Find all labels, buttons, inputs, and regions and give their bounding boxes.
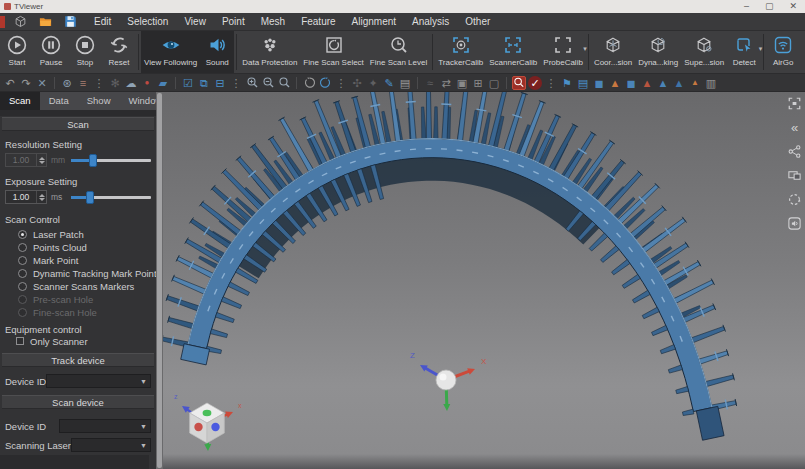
mesh-small-icon[interactable]: ▲: [688, 76, 702, 90]
toolbar-button-trackercalib[interactable]: TrackerCalib: [435, 31, 486, 73]
scan-device-id-dropdown[interactable]: ▼: [59, 419, 151, 433]
exposure-slider-handle[interactable]: [86, 191, 94, 204]
radio-button[interactable]: [18, 230, 27, 239]
scan-option-fine-scan-hole[interactable]: Fine-scan Hole: [0, 306, 156, 319]
scan-option-mark-point[interactable]: Mark Point: [0, 254, 156, 267]
menu-item-mesh[interactable]: Mesh: [253, 13, 293, 30]
toolbar-button-coor-sion[interactable]: Coor...sion: [591, 31, 635, 73]
book-icon[interactable]: ▥: [704, 76, 718, 90]
toolbar-button-view-following[interactable]: View Following: [141, 31, 200, 73]
scanning-laser-dropdown[interactable]: ▼: [71, 438, 151, 452]
menu-item-edit[interactable]: Edit: [86, 13, 119, 30]
menu-item-feature[interactable]: Feature: [293, 13, 343, 30]
open-folder-icon[interactable]: [36, 15, 54, 28]
toolbar-button-data-protection[interactable]: Data Protection: [239, 31, 300, 73]
scan-option-scanner-scans-markers[interactable]: Scanner Scans Markers: [0, 280, 156, 293]
plane-icon[interactable]: ▰: [156, 76, 170, 90]
scan-option-laser-patch[interactable]: Laser Patch: [0, 228, 156, 241]
page-blue-icon[interactable]: ▤: [576, 76, 590, 90]
undo-icon[interactable]: ↶: [3, 76, 17, 90]
zoom-in-icon[interactable]: [245, 76, 259, 90]
toolbar-button-fine-scan-level[interactable]: Fine Scan Level: [367, 31, 430, 73]
radio-button[interactable]: [18, 282, 27, 291]
sound-box-icon[interactable]: [787, 216, 802, 231]
brush-icon[interactable]: ✓: [528, 76, 542, 90]
align-lines-icon[interactable]: ≡: [76, 76, 90, 90]
toolbar-button-reset[interactable]: Reset: [102, 31, 136, 73]
maximize-button[interactable]: ▢: [765, 0, 774, 13]
toolbar-button-sound[interactable]: Sound: [200, 31, 234, 73]
snowflake-icon[interactable]: ✻: [108, 76, 122, 90]
menu-item-view[interactable]: View: [176, 13, 214, 30]
clipboard-icon[interactable]: ▣: [455, 76, 469, 90]
more-icon[interactable]: ⋮: [334, 76, 348, 90]
sparkle-icon[interactable]: ✦: [366, 76, 380, 90]
dropdown-caret-icon[interactable]: ▾: [583, 45, 587, 53]
menu-item-analysis[interactable]: Analysis: [404, 13, 457, 30]
cube-icon[interactable]: [11, 15, 29, 28]
view-cube[interactable]: zx: [174, 393, 242, 451]
page-icon[interactable]: ▤: [398, 76, 412, 90]
toolbar-button-fine-scan-select[interactable]: Fine Scan Select: [300, 31, 366, 73]
only-scanner-checkbox-row[interactable]: Only Scanner: [0, 335, 156, 347]
only-scanner-checkbox[interactable]: [16, 337, 24, 345]
orbit-icon[interactable]: [787, 192, 802, 207]
toolbar-button-detect[interactable]: Detect▾: [727, 31, 761, 73]
resolution-slider-handle[interactable]: [89, 154, 97, 167]
grid-icon[interactable]: ⊞: [471, 76, 485, 90]
scan-option-pre-scan-hole[interactable]: Pre-scan Hole: [0, 293, 156, 306]
radio-button[interactable]: [18, 295, 27, 304]
wave-icon[interactable]: ≈: [423, 76, 437, 90]
toolbar-button-supe-sion[interactable]: Supe...sion: [681, 31, 727, 73]
radio-button[interactable]: [18, 308, 27, 317]
exposure-slider[interactable]: [71, 196, 151, 199]
radio-button[interactable]: [18, 256, 27, 265]
select-copy-icon[interactable]: ⧉: [197, 76, 211, 90]
sidebar-scrollbar[interactable]: [156, 92, 163, 469]
zoom-out-icon[interactable]: [261, 76, 275, 90]
redo-icon[interactable]: ↷: [19, 76, 33, 90]
mesh-red-icon[interactable]: ▲: [640, 76, 654, 90]
cube-blue-icon[interactable]: ◼: [592, 76, 606, 90]
exposure-spinner-arrows[interactable]: [36, 191, 46, 203]
resolution-slider[interactable]: [71, 159, 151, 162]
toolbar-button-dyna-king[interactable]: Dyna...king: [635, 31, 681, 73]
flag-icon[interactable]: ⚑: [560, 76, 574, 90]
radio-button[interactable]: [18, 243, 27, 252]
exposure-spinbox[interactable]: 1.00: [5, 190, 47, 204]
more-icon[interactable]: ⋮: [92, 76, 106, 90]
orbit-sphere-icon[interactable]: ⊛: [60, 76, 74, 90]
minimize-button[interactable]: –: [744, 0, 749, 13]
scan-option-points-cloud[interactable]: Points Cloud: [0, 241, 156, 254]
toolbar-button-pause[interactable]: Pause: [34, 31, 68, 73]
close-button[interactable]: ✕: [789, 0, 797, 13]
toolbar-button-probecalib[interactable]: ProbeCalib▾: [540, 31, 586, 73]
fit-view-icon[interactable]: [787, 96, 802, 111]
pyramid-blue2-icon[interactable]: ▲: [672, 76, 686, 90]
radio-button[interactable]: [18, 269, 27, 278]
rotate-ccw-icon[interactable]: [302, 76, 316, 90]
laser-patch-icon[interactable]: ●: [140, 76, 154, 90]
menu-item-selection[interactable]: Selection: [119, 13, 176, 30]
paw-icon[interactable]: ✣: [350, 76, 364, 90]
toolbar-button-scannercalib[interactable]: ScannerCalib: [486, 31, 540, 73]
rotate-cw-icon[interactable]: [318, 76, 332, 90]
cube-teal-icon[interactable]: ◼: [624, 76, 638, 90]
select-check-icon[interactable]: ☑: [181, 76, 195, 90]
pen-icon[interactable]: ✎: [382, 76, 396, 90]
resolution-spinner-arrows[interactable]: [36, 154, 46, 166]
toolbar-button-start[interactable]: Start: [0, 31, 34, 73]
tab-data[interactable]: Data: [40, 92, 78, 110]
scan-option-dynamic-tracking-mark-points[interactable]: Dynamic Tracking Mark Points: [0, 267, 156, 280]
menu-item-alignment[interactable]: Alignment: [344, 13, 404, 30]
track-device-id-dropdown[interactable]: ▼: [46, 374, 151, 388]
pyramid-blue-icon[interactable]: ▲: [656, 76, 670, 90]
menu-item-point[interactable]: Point: [214, 13, 253, 30]
more-icon[interactable]: ⋮: [544, 76, 558, 90]
swap-icon[interactable]: ⇄: [439, 76, 453, 90]
zoom-icon[interactable]: [277, 76, 291, 90]
select-layer-icon[interactable]: ⊟: [213, 76, 227, 90]
menu-item-other[interactable]: Other: [457, 13, 498, 30]
dashed-rect-icon[interactable]: ▢: [487, 76, 501, 90]
cloud-icon[interactable]: ☁: [124, 76, 138, 90]
